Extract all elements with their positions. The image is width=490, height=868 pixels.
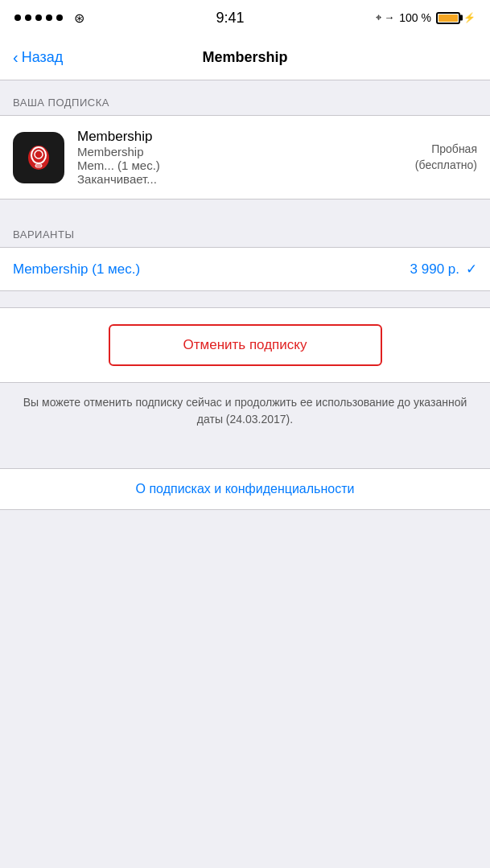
nav-bar: ‹ Назад Membership bbox=[0, 35, 490, 80]
option-row[interactable]: Membership (1 мес.) 3 990 р. ✓ bbox=[0, 248, 490, 290]
option-price-wrap: 3 990 р. ✓ bbox=[410, 261, 477, 278]
condom-svg bbox=[24, 143, 53, 172]
signal-dot bbox=[14, 14, 21, 21]
options-section-header: ВАРИАНТЫ bbox=[0, 212, 490, 247]
options-card: Membership (1 мес.) 3 990 р. ✓ bbox=[0, 247, 490, 291]
trial-line1: Пробная bbox=[415, 142, 477, 158]
signal-dot bbox=[56, 14, 63, 21]
option-price: 3 990 р. bbox=[410, 261, 459, 278]
battery-icon: ⚡ bbox=[436, 12, 476, 24]
cancel-section: Отменить подписку Вы можете отменить под… bbox=[0, 307, 490, 439]
signal-dot bbox=[46, 14, 52, 21]
status-right: ⌖ → 100 % ⚡ bbox=[376, 11, 476, 24]
option-label: Membership (1 мес.) bbox=[13, 261, 140, 278]
signal-dots: ⊛ bbox=[14, 10, 84, 26]
wifi-icon: ⊛ bbox=[74, 10, 84, 26]
page-title: Membership bbox=[202, 49, 287, 66]
chevron-left-icon: ‹ bbox=[13, 48, 19, 67]
location-icon: ⌖ → bbox=[376, 11, 395, 24]
trial-info: Пробная (бесплатно) bbox=[415, 142, 477, 173]
subscription-section-header: ВАША ПОДПИСКА bbox=[0, 80, 490, 115]
app-name: Membership bbox=[77, 129, 402, 145]
app-row: Membership Membership Mem... (1 мес.) За… bbox=[0, 116, 490, 199]
trial-line2: (бесплатно) bbox=[415, 158, 477, 174]
signal-dot bbox=[25, 14, 31, 21]
cancel-card: Отменить подписку bbox=[0, 307, 490, 383]
app-icon bbox=[13, 132, 64, 183]
privacy-link-section: О подписках и конфиденциальности bbox=[0, 468, 490, 510]
app-details: Membership Membership Mem... (1 мес.) За… bbox=[77, 129, 402, 186]
back-label: Назад bbox=[22, 49, 64, 66]
cancel-subscription-button[interactable]: Отменить подписку bbox=[109, 324, 382, 366]
cancel-info-text: Вы можете отменить подписку сейчас и про… bbox=[0, 383, 490, 439]
signal-dot bbox=[35, 14, 42, 21]
privacy-link[interactable]: О подписках и конфиденциальности bbox=[136, 482, 355, 496]
checkmark-icon: ✓ bbox=[466, 261, 477, 278]
app-expires: Заканчивает... bbox=[77, 172, 402, 186]
back-button[interactable]: ‹ Назад bbox=[13, 48, 63, 67]
battery-percent: 100 % bbox=[399, 11, 431, 24]
app-sub: Membership bbox=[77, 145, 402, 158]
status-time: 9:41 bbox=[216, 10, 245, 27]
subscription-card: Membership Membership Mem... (1 мес.) За… bbox=[0, 115, 490, 200]
app-duration: Mem... (1 мес.) bbox=[77, 158, 402, 172]
status-bar: ⊛ 9:41 ⌖ → 100 % ⚡ bbox=[0, 0, 490, 35]
